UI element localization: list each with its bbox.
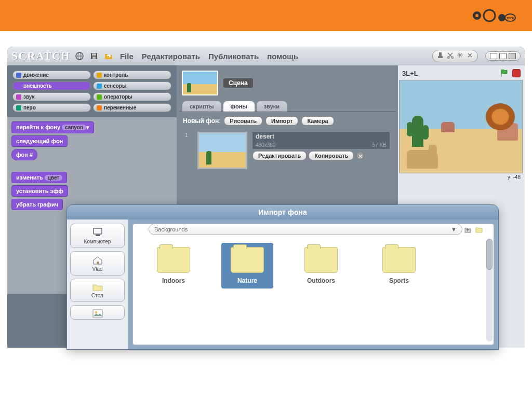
svg-point-21 [95,311,97,313]
category-looks[interactable]: внешность [12,81,91,90]
path-dropdown[interactable]: Backgrounds ▼ [149,224,462,235]
dialog-sidebar: Компьютер Vlad Стол [67,219,128,349]
sprite-name: Сцена [223,78,253,88]
folder-indoors[interactable]: Indoors [148,247,200,284]
stop-icon[interactable] [512,69,521,77]
dropdown-arrow-icon[interactable]: ▼ [451,226,457,232]
background-thumbnail[interactable] [197,132,247,169]
picture-icon [92,309,103,318]
menu-edit[interactable]: Редактировать [140,52,202,61]
stage-rock [441,122,455,132]
globe-icon[interactable] [74,51,85,61]
open-icon[interactable] [103,51,114,61]
menu-file[interactable]: File [118,52,136,61]
sprite-tools [432,50,478,62]
stage-canvas[interactable] [399,80,523,173]
stage-header: 3L+L [399,66,524,80]
folder-sports[interactable]: Sports [373,247,425,284]
stage-lion-sprite [486,103,515,130]
svg-rect-14 [438,56,443,58]
new-background-row: Новый фон: Рисовать Импорт Камера [183,116,392,126]
new-background-label: Новый фон: [183,117,221,125]
current-path: Backgrounds [154,226,188,232]
category-variables[interactable]: переменные [93,103,171,112]
menu-publish[interactable]: Публиковать [206,52,261,61]
svg-point-4 [498,14,506,21]
backgrounds-panel: Новый фон: Рисовать Импорт Камера 1 dese… [179,112,396,175]
category-control[interactable]: контроль [93,71,171,79]
green-flag-icon[interactable] [500,68,509,78]
save-icon[interactable] [89,51,99,61]
background-item: 1 desert 480x360 57 KB Редактировать Коп… [183,130,392,171]
category-sound[interactable]: звук [12,92,91,101]
camera-button[interactable]: Камера [301,116,334,126]
up-folder-icon[interactable] [463,225,472,236]
new-folder-icon[interactable] [475,225,483,236]
scroll-thumb[interactable] [486,239,493,270]
svg-rect-17 [94,228,102,234]
sidebar-user-folder[interactable]: Vlad [70,251,125,276]
computer-icon [91,227,104,238]
block-background-number[interactable]: фон # [11,149,37,160]
view-normal-stage[interactable] [499,53,507,59]
delete-background-button[interactable]: ✕ [356,152,364,160]
block-change-effect[interactable]: изменитьцвет [11,172,67,183]
svg-rect-13 [439,52,442,56]
folder-icon [157,247,190,273]
background-meta: 480x360 57 KB [252,141,390,149]
block-next-background[interactable]: следующий фон [11,135,68,147]
import-background-dialog: Импорт фона Компьютер Vlad Стол Backgrou… [66,204,499,350]
shrink-icon[interactable] [467,51,473,61]
paint-button[interactable]: Рисовать [224,116,262,126]
svg-rect-11 [92,53,96,56]
dialog-title: Импорт фона [67,205,498,219]
category-operators[interactable]: операторы [93,92,171,101]
brand-header: ТРГК [0,0,532,31]
stage-thumbnail[interactable] [182,71,218,95]
edit-background-button[interactable]: Редактировать [252,151,307,160]
app-logo: SCRATCH [11,49,70,63]
folder-outdoors[interactable]: Outdoors [295,247,347,284]
home-icon [91,255,104,265]
category-pen[interactable]: перо [12,103,91,112]
scrollbar[interactable] [486,239,493,341]
category-motion[interactable]: движение [12,71,91,79]
svg-rect-19 [97,262,99,264]
stage-coordinates: y: -48 [399,173,524,181]
svg-text:ТРГК: ТРГК [507,17,514,20]
project-title: 3L+L [402,70,418,77]
sidebar-desktop[interactable]: Стол [70,279,125,302]
scissors-icon[interactable] [447,51,454,61]
copy-background-button[interactable]: Копировать [309,151,354,160]
svg-point-1 [475,14,478,17]
stamp-icon[interactable] [437,51,444,61]
stage-cactus [412,116,423,147]
folder-icon [231,247,264,273]
menu-help[interactable]: помощь [265,52,300,61]
tab-scripts[interactable]: скрипты [182,101,222,112]
sidebar-more[interactable] [70,305,125,320]
tab-sounds[interactable]: звуки [256,101,287,112]
block-clear-graphics[interactable]: убрать графич [11,199,63,210]
view-presentation[interactable] [509,53,516,59]
folder-icon [382,247,416,273]
category-sensing[interactable]: сенсоры [93,81,171,90]
folder-nature[interactable]: Nature [221,243,273,289]
block-set-effect[interactable]: установить эфф [11,185,68,197]
sidebar-computer[interactable]: Компьютер [70,224,125,248]
view-small-stage[interactable] [490,53,497,59]
svg-rect-18 [96,235,100,236]
editor-tabs: скрипты фоны звуки [179,101,396,112]
svg-point-3 [487,13,491,18]
block-switch-background[interactable]: перейти к фонуcanyon▾ [11,121,94,133]
background-index: 1 [185,132,192,169]
background-dimensions: 480x360 [256,142,275,148]
background-info: desert 480x360 57 KB Редактировать Копир… [252,132,390,169]
file-browser: Backgrounds ▼ Indoors Nature Outdoors [132,224,494,345]
category-grid: движение контроль внешность сенсоры звук… [7,65,177,117]
grow-icon[interactable] [457,51,463,61]
background-name: desert [252,132,390,141]
import-button[interactable]: Импорт [265,116,298,126]
tab-backgrounds[interactable]: фоны [223,101,255,112]
view-mode-controls [485,51,521,61]
